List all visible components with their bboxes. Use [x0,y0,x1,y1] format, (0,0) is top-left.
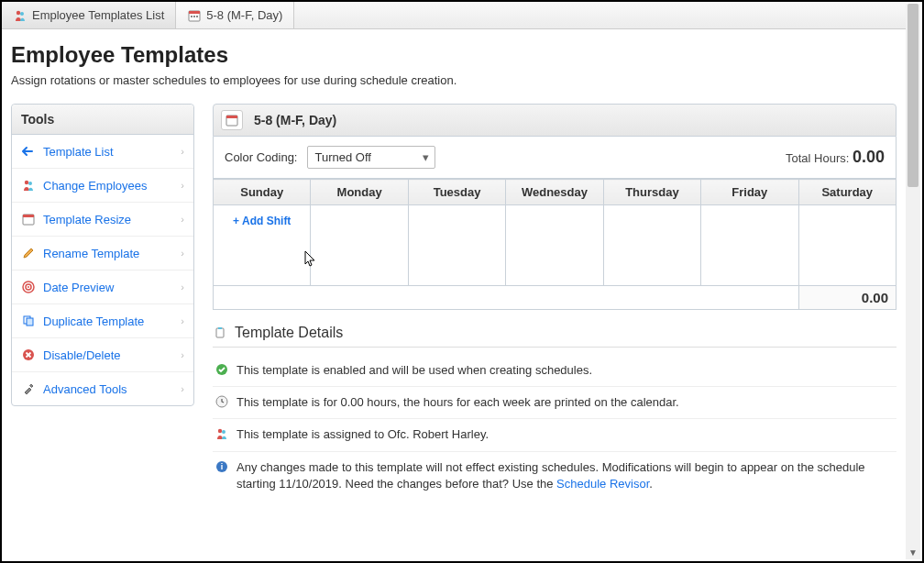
day-cell-thursday[interactable] [603,205,700,286]
color-coding-select[interactable]: Turned Off [307,146,435,169]
total-hours: Total Hours: 0.00 [786,148,885,167]
svg-point-0 [16,10,20,14]
svg-rect-3 [189,11,200,14]
scroll-down-icon[interactable]: ▼ [906,545,920,559]
employees-icon [214,426,229,441]
check-icon [214,362,229,377]
tool-template-resize[interactable]: Template Resize › [12,203,193,237]
svg-point-1 [20,12,24,16]
day-header: Sunday [214,180,311,205]
tab-current-template[interactable]: 5-8 (M-F, Day) [176,2,294,28]
svg-point-24 [222,430,226,434]
scrollbar-thumb[interactable] [908,4,918,187]
total-hours-label: Total Hours: [786,151,852,165]
chevron-right-icon: › [181,248,184,259]
tool-change-employees[interactable]: Change Employees › [12,169,193,203]
detail-text: This template is enabled and will be use… [236,362,592,379]
calendar-table: Sunday Monday Tuesday Wednesday Thursday… [213,179,896,310]
scrollbar[interactable]: ▲ ▼ [906,4,920,559]
tool-template-list[interactable]: Template List › [12,135,193,169]
page-title: Employee Templates [11,42,896,68]
arrow-left-icon [21,144,36,159]
detail-changes: i Any changes made to this template will… [213,452,896,500]
svg-point-13 [28,286,29,288]
chevron-right-icon: › [181,383,184,394]
plus-icon: + [233,215,239,227]
svg-rect-18 [226,116,237,118]
svg-rect-6 [196,16,198,17]
svg-rect-5 [193,16,195,17]
target-icon [21,280,36,294]
add-shift-label: Add Shift [242,215,291,227]
svg-rect-19 [216,328,224,337]
day-header: Thursday [603,180,700,205]
add-shift-button[interactable]: + Add Shift [217,209,306,227]
svg-rect-4 [191,16,192,17]
day-header: Saturday [798,180,896,205]
chevron-right-icon: › [181,214,184,225]
day-cell-wednesday[interactable] [506,205,603,286]
detail-text: This template is assigned to Ofc. Robert… [236,426,489,443]
calendar-icon [221,110,243,130]
calendar-icon [21,212,36,226]
chevron-right-icon: › [181,180,184,191]
detail-enabled: This template is enabled and will be use… [213,355,896,387]
schedule-revisor-link[interactable]: Schedule Revisor [556,477,649,491]
chevron-right-icon: › [181,315,184,326]
day-cell-sunday[interactable]: + Add Shift [214,205,311,286]
chevron-right-icon: › [181,146,184,157]
day-header: Wednesday [506,180,603,205]
detail-text: Any changes made to this template will n… [236,459,895,492]
tool-label: Duplicate Template [43,315,144,328]
tool-disable-delete[interactable]: Disable/Delete › [12,338,193,372]
tool-label: Template List [43,145,114,159]
template-title: 5-8 (M-F, Day) [254,113,336,127]
calendar-icon [187,8,202,23]
pencil-icon [21,246,36,260]
details-header: Template Details [213,325,896,348]
detail-assigned: This template is assigned to Ofc. Robert… [213,419,896,451]
tool-label: Change Employees [43,179,147,193]
tool-advanced-tools[interactable]: Advanced Tools › [12,372,193,405]
day-cell-friday[interactable] [701,205,798,286]
svg-point-8 [28,182,32,185]
page-subtitle: Assign rotations or master schedules to … [11,73,896,87]
duplicate-icon [21,314,36,328]
template-header: 5-8 (M-F, Day) [213,104,896,137]
tools-panel: Tools Template List › Change Employees › [11,104,194,406]
tab-employee-templates-list[interactable]: Employee Templates List [2,2,176,28]
svg-rect-15 [27,318,33,326]
employees-icon [21,178,36,193]
day-header: Friday [701,180,798,205]
tool-label: Date Preview [43,281,114,294]
tab-label: Employee Templates List [32,8,164,22]
week-total-value: 0.00 [798,286,896,310]
svg-rect-10 [23,215,34,217]
chevron-right-icon: › [181,349,184,360]
tab-label: 5-8 (M-F, Day) [206,8,282,22]
tool-rename-template[interactable]: Rename Template › [12,237,193,270]
tool-date-preview[interactable]: Date Preview › [12,270,193,304]
day-cell-tuesday[interactable] [408,205,505,286]
tool-label: Disable/Delete [43,348,121,362]
tool-label: Rename Template [43,247,139,260]
details-header-text: Template Details [235,325,343,341]
tool-label: Advanced Tools [43,382,127,396]
tool-duplicate-template[interactable]: Duplicate Template › [12,304,193,338]
color-coding-label: Color Coding: [225,150,298,164]
clipboard-icon [213,326,227,340]
detail-text: This template is for 0.00 hours, the hou… [236,394,679,411]
svg-text:i: i [221,462,224,471]
day-cell-monday[interactable] [311,205,408,286]
day-header: Monday [311,180,408,205]
tools-header: Tools [12,105,193,135]
day-cell-saturday[interactable] [798,205,896,286]
delete-icon [21,348,36,362]
total-hours-value: 0.00 [852,148,885,166]
svg-point-7 [25,181,28,184]
chevron-right-icon: › [181,282,184,293]
info-icon: i [214,459,229,474]
footer-spacer [214,286,799,310]
clock-icon [214,394,229,409]
svg-rect-20 [218,327,222,329]
